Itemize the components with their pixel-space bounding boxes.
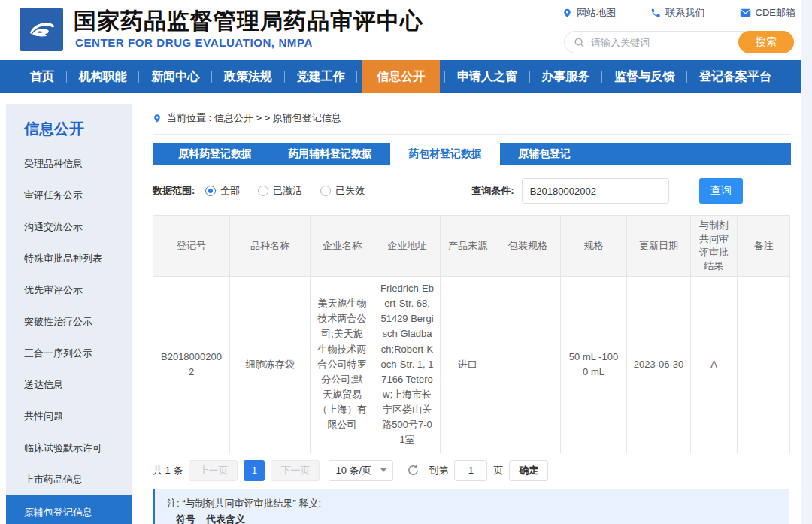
scrollbar[interactable] <box>801 0 812 524</box>
sidebar-item-priority-review[interactable]: 优先审评公示 <box>6 274 132 306</box>
nav-item-policies[interactable]: 政策法规 <box>217 60 280 93</box>
quicklink-label: 网站地图 <box>577 6 616 20</box>
cde-logo-icon <box>20 8 63 51</box>
nav-item-registration-platform[interactable]: 登记备案平台 <box>692 60 779 93</box>
radio-label: 全部 <box>220 184 240 198</box>
quicklink-sitemap[interactable]: 网站地图 <box>562 6 616 20</box>
radio-label: 已激活 <box>273 184 302 198</box>
radio-dot-icon <box>258 186 268 196</box>
query-label: 查询条件: <box>471 184 514 198</box>
nav-divider <box>529 71 530 83</box>
cell-company-name: 美天旎生物技术两合公司;美天旎生物技术两合公司特罗分公司;默天旎贸易（上海）有限… <box>311 277 374 453</box>
sidebar-item-marketed-drugs[interactable]: 上市药品信息 <box>6 464 132 495</box>
breadcrumb-text: 当前位置 : 信息公开 > > 原辅包登记信息 <box>167 111 341 125</box>
sidebar-item-review-tasks[interactable]: 审评任务公示 <box>6 180 132 211</box>
note-symbol-col: 符号 <box>176 513 195 524</box>
query-button[interactable]: 查询 <box>699 178 743 204</box>
tab-bar: 原料药登记数据 药用辅料登记数据 药包材登记数据 原辅包登记 <box>153 143 791 165</box>
filter-bar: 数据范围: 全部 已激活 已失效 查询条件: 查询 <box>153 174 791 208</box>
sidebar-item-three-in-one[interactable]: 三合一序列公示 <box>6 338 132 369</box>
radio-label: 已失效 <box>335 184 365 198</box>
nav-item-party[interactable]: 党建工作 <box>289 60 353 93</box>
col-spec: 规格 <box>561 216 627 277</box>
col-update-date: 更新日期 <box>627 216 691 277</box>
table-header-row: 登记号 品种名称 企业名称 企业地址 产品来源 包装规格 规格 更新日期 与制剂… <box>153 216 790 277</box>
quicklink-label: 联系我们 <box>665 6 704 20</box>
tab-excipient-registration[interactable]: 药用辅料登记数据 <box>270 143 390 165</box>
sidebar-item-common-issues[interactable]: 共性问题 <box>6 401 132 432</box>
cell-joint-review-result: A <box>691 277 738 453</box>
note-title: 注: “与制剂共同审评审批结果” 释义: <box>167 495 777 511</box>
page-size-select[interactable]: 10 条/页 <box>329 460 393 481</box>
next-page-button[interactable]: 下一页 <box>271 460 320 481</box>
sidebar-item-delivery-info[interactable]: 送达信息 <box>6 369 132 401</box>
nav-divider <box>284 71 285 83</box>
site-header: 国家药品监督管理局药品审评中心 CENTER FOR DRUG EVALUATI… <box>0 0 801 60</box>
nav-item-news[interactable]: 新闻中心 <box>144 60 207 93</box>
refresh-icon[interactable] <box>407 464 420 477</box>
sidebar-item-special-approval[interactable]: 特殊审批品种列表 <box>6 243 132 274</box>
nav-divider <box>686 71 687 83</box>
sidebar: 信息公开 受理品种信息 审评任务公示 沟通交流公示 特殊审批品种列表 优先审评公… <box>6 104 132 524</box>
sidebar-title: 信息公开 <box>6 104 132 148</box>
quicklink-label: CDE邮箱 <box>756 6 795 20</box>
results-table: 登记号 品种名称 企业名称 企业地址 产品来源 包装规格 规格 更新日期 与制剂… <box>153 215 790 453</box>
goto-page-input[interactable] <box>454 460 487 481</box>
col-product-source: 产品来源 <box>441 216 495 277</box>
sidebar-item-excipient-registration[interactable]: 原辅包登记信息 <box>6 495 132 524</box>
main-content: 当前位置 : 信息公开 > > 原辅包登记信息 原料药登记数据 药用辅料登记数据… <box>153 104 791 524</box>
sidebar-item-accepted-varieties[interactable]: 受理品种信息 <box>6 148 132 180</box>
col-company-address: 企业地址 <box>374 216 441 277</box>
radio-dot-icon <box>205 186 216 196</box>
goto-label: 到第 <box>429 464 448 477</box>
tab-packaging-registration[interactable]: 药包材登记数据 <box>390 143 500 165</box>
goto-confirm-button[interactable]: 确定 <box>509 460 548 481</box>
breadcrumb: 当前位置 : 信息公开 > > 原辅包登记信息 <box>153 104 791 135</box>
site-title: 国家药品监督管理局药品审评中心 <box>74 6 423 37</box>
tab-api-registration[interactable]: 原料药登记数据 <box>160 143 270 165</box>
cell-update-date: 2023-06-30 <box>627 277 691 453</box>
nav-item-supervision[interactable]: 监督与反馈 <box>607 60 682 93</box>
tab-raw-aux-pack[interactable]: 原辅包登记 <box>500 143 589 165</box>
page-size-value: 10 条/页 <box>335 464 371 477</box>
nav-divider <box>356 71 357 83</box>
chevron-down-icon <box>380 468 386 472</box>
nav-divider <box>66 71 67 83</box>
page-number-button[interactable]: 1 <box>244 460 265 481</box>
col-variety-name: 品种名称 <box>230 216 311 277</box>
site-search-input[interactable] <box>585 37 738 48</box>
sidebar-item-communication[interactable]: 沟通交流公示 <box>6 211 132 243</box>
scope-label: 数据范围: <box>153 184 195 198</box>
col-company-name: 企业名称 <box>311 216 374 277</box>
cell-variety-name: 细胞冻存袋 <box>230 277 311 453</box>
search-icon <box>574 37 585 48</box>
quick-links: 网站地图 联系我们 CDE邮箱 <box>562 6 795 20</box>
note-column-headers: 符号代表含义 <box>167 511 777 524</box>
nav-item-info-disclosure[interactable]: 信息公开 <box>362 60 440 93</box>
cell-remarks <box>738 277 790 453</box>
nav-divider <box>138 71 139 83</box>
sidebar-item-clinical-trial-license[interactable]: 临床试验默示许可 <box>6 432 132 464</box>
radio-all[interactable]: 全部 <box>205 184 240 198</box>
nav-item-home[interactable]: 首页 <box>23 60 62 93</box>
page: 国家药品监督管理局药品审评中心 CENTER FOR DRUG EVALUATI… <box>0 0 812 524</box>
radio-activated[interactable]: 已激活 <box>258 184 302 198</box>
radio-expired[interactable]: 已失效 <box>320 184 365 198</box>
query-input[interactable] <box>522 178 669 204</box>
sidebar-item-breakthrough-therapy[interactable]: 突破性治疗公示 <box>6 306 132 338</box>
col-registration-no: 登记号 <box>153 216 230 277</box>
cell-product-source: 进口 <box>441 277 495 453</box>
site-search-button[interactable]: 搜索 <box>738 31 794 53</box>
site-search: 搜索 <box>564 31 794 53</box>
quicklink-contact[interactable]: 联系我们 <box>650 6 704 20</box>
col-remarks: 备注 <box>738 216 790 277</box>
nav-item-services[interactable]: 办事服务 <box>535 60 598 93</box>
nav-item-functions[interactable]: 机构职能 <box>71 60 135 93</box>
cell-packaging-spec <box>495 277 561 453</box>
pagination: 共 1 条 上一页 1 下一页 10 条/页 到第 页 确定 <box>153 460 791 481</box>
nav-item-applicant-window[interactable]: 申请人之窗 <box>450 60 525 93</box>
quicklink-mailbox[interactable]: CDE邮箱 <box>740 6 795 20</box>
table-row[interactable]: B20180002002 细胞冻存袋 美天旎生物技术两合公司;美天旎生物技术两合… <box>153 277 790 453</box>
prev-page-button[interactable]: 上一页 <box>189 460 238 481</box>
goto-unit: 页 <box>493 464 503 477</box>
